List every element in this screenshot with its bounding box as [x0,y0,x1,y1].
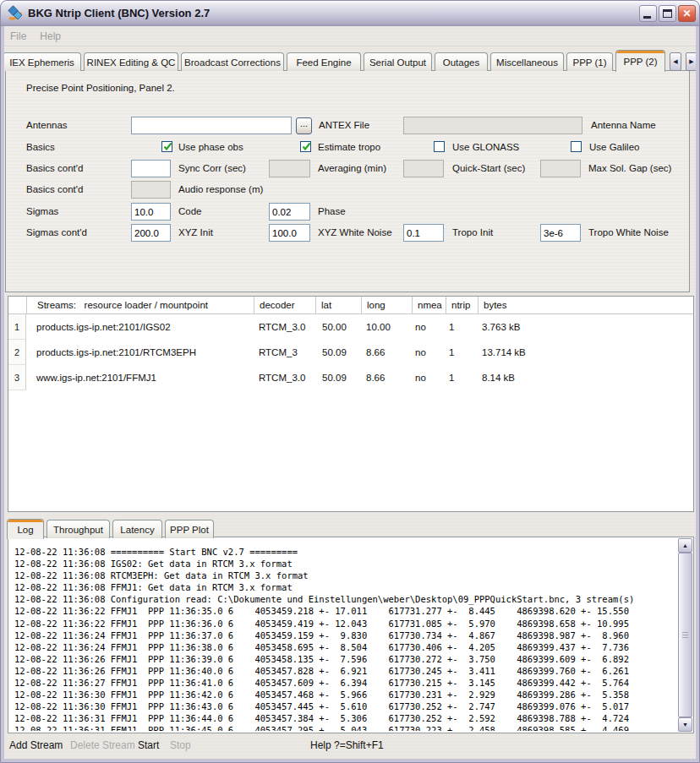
cell-lat: 50.09 [315,365,361,390]
col-header-lat[interactable]: lat [315,297,361,313]
table-row[interactable]: 2 products.igs-ip.net:2101/RTCM3EPH RTCM… [8,340,693,365]
tab-rinex-ephemeris[interactable]: IEX Ephemeris [4,52,81,71]
sigma-code-input[interactable] [131,203,171,221]
use-glonass-checkbox[interactable] [434,141,445,152]
tab-scroll-left-icon[interactable]: ◀ [670,52,681,71]
close-icon[interactable]: ✕ [678,5,696,22]
cell-decoder: RTCM_3.0 [254,365,315,390]
log-line: 12-08-22 11:36:27 FFMJ1 PPP 11:36:41.0 6… [14,677,676,689]
quick-start-label: Quick-Start (sec) [452,163,525,173]
stop-button: Stop [170,739,191,751]
tropo-init-input[interactable] [403,224,444,242]
basics-contd2-label: Basics cont'd [26,184,83,194]
estimate-tropo-label: Estimate tropo [318,142,380,152]
log-line: 12-08-22 11:36:24 FFMJ1 PPP 11:36:38.0 6… [14,641,676,653]
minimize-icon[interactable] [639,5,657,22]
cell-ntrip: 1 [446,365,478,390]
scrollbar-thumb[interactable] [678,553,692,717]
tab-serial-output[interactable]: Serial Output [364,52,432,71]
tab-ppp-2[interactable]: PPP (2) [615,50,665,72]
col-header-nmea[interactable]: nmea [412,297,446,313]
streams-table: Streams: resource loader / mountpoint de… [8,296,694,512]
bottom-action-bar: Add Stream Delete Stream Start Stop Help… [4,732,696,759]
audio-response-input [131,181,171,199]
cell-mountpoint: www.igs-ip.net:2101/FFMJ1 [26,365,254,390]
streams-table-header: Streams: resource loader / mountpoint de… [8,297,693,314]
menu-file[interactable]: File [10,30,26,42]
panel-caption: Precise Point Positioning, Panel 2. [26,83,175,93]
titlebar[interactable]: BKG Ntrip Client (BNC) Version 2.7 ✕ [1,1,699,26]
col-header-ntrip[interactable]: ntrip [446,297,478,313]
row-number: 1 [8,314,26,340]
tab-scroll-right-icon[interactable]: ▶ [686,52,696,71]
tropo-white-noise-input[interactable] [540,224,581,242]
tab-log[interactable]: Log [7,519,44,539]
tab-rinex-editing-qc[interactable]: RINEX Editing & QC [84,52,178,71]
cell-lat: 50.00 [315,314,361,340]
maximize-icon[interactable] [659,5,676,22]
delete-stream-button: Delete Stream [70,739,135,751]
cell-bytes: 8.14 kB [478,365,693,390]
audio-response-label: Audio response (m) [178,184,263,194]
cell-long: 10.00 [361,314,412,340]
tab-latency[interactable]: Latency [112,520,162,538]
col-header-bytes[interactable]: bytes [478,297,693,313]
tab-miscellaneous[interactable]: Miscellaneous [490,52,564,71]
cell-lat: 50.09 [315,340,361,365]
tab-feed-engine[interactable]: Feed Engine [287,52,361,71]
max-sol-gap-label: Max Sol. Gap (sec) [588,163,671,173]
log-line: 12-08-22 11:36:22 FFMJ1 PPP 11:36:35.0 6… [14,605,676,617]
scroll-up-icon[interactable]: ▲ [678,538,692,553]
use-galileo-checkbox[interactable] [571,141,582,152]
browse-button[interactable]: ... [296,117,312,134]
antennas-input[interactable] [131,117,292,134]
cell-bytes: 3.763 kB [478,314,693,340]
xyz-white-noise-label: XYZ White Noise [318,227,392,237]
use-glonass-label: Use GLONASS [452,142,519,152]
menu-help[interactable]: Help [40,30,61,42]
sigmas-label: Sigmas [26,206,58,216]
row-number: 3 [8,365,26,390]
sync-corr-input[interactable] [131,160,171,177]
cell-decoder: RTCM_3 [254,340,315,365]
help-button[interactable]: Help ?=Shift+F1 [310,739,384,751]
log-line: 12-08-22 11:36:31 FFMJ1 PPP 11:36:44.0 6… [14,712,676,724]
estimate-tropo-checkbox[interactable] [300,141,311,152]
col-header-long[interactable]: long [361,297,412,313]
table-row[interactable]: 1 products.igs-ip.net:2101/IGS02 RTCM_3.… [8,314,693,340]
cell-ntrip: 1 [446,314,478,340]
table-row[interactable]: 3 www.igs-ip.net:2101/FFMJ1 RTCM_3.0 50.… [8,365,693,390]
col-header-mountpoint[interactable]: Streams: resource loader / mountpoint [26,297,254,313]
tab-throughput[interactable]: Throughput [46,520,110,538]
check-icon [301,141,312,152]
start-button[interactable]: Start [138,739,159,751]
basics-label: Basics [26,142,55,152]
antex-file-input [403,117,582,134]
log-line: 12-08-22 11:36:08 RTCM3EPH: Get data in … [14,570,676,581]
use-phase-obs-checkbox[interactable] [161,141,172,152]
tab-outages[interactable]: Outages [435,52,488,71]
add-stream-button[interactable]: Add Stream [9,739,63,751]
scroll-down-icon[interactable]: ▼ [678,717,692,732]
log-line: 12-08-22 11:36:24 FFMJ1 PPP 11:36:37.0 6… [14,629,676,641]
tab-broadcast-corrections[interactable]: Broadcast Corrections [181,52,284,71]
col-header-decoder[interactable]: decoder [254,297,315,313]
log-scrollbar[interactable]: ▲ ▼ [678,538,692,732]
tab-ppp-plot[interactable]: PPP Plot [165,520,214,538]
log-line: 12-08-22 11:36:31 FFMJ1 PPP 11:36:45.0 6… [14,724,676,731]
log-line: 12-08-22 11:36:30 FFMJ1 PPP 11:36:43.0 6… [14,700,676,712]
cell-long: 8.66 [361,365,412,390]
xyz-white-noise-input[interactable] [269,224,310,242]
cell-mountpoint: products.igs-ip.net:2101/IGS02 [26,314,254,340]
sigma-code-label: Code [178,206,202,216]
cell-decoder: RTCM_3.0 [254,314,315,340]
use-galileo-label: Use Galileo [589,142,639,152]
cell-bytes: 13.714 kB [478,340,693,365]
xyz-init-label: XYZ Init [178,227,213,237]
window-title: BKG Ntrip Client (BNC) Version 2.7 [28,7,210,19]
bottom-tabbar: Log Throughput Latency PPP Plot [7,518,214,538]
tab-ppp-1[interactable]: PPP (1) [566,52,613,71]
sigma-phase-input[interactable] [269,203,310,221]
xyz-init-input[interactable] [131,224,171,242]
cell-long: 8.66 [361,340,412,365]
